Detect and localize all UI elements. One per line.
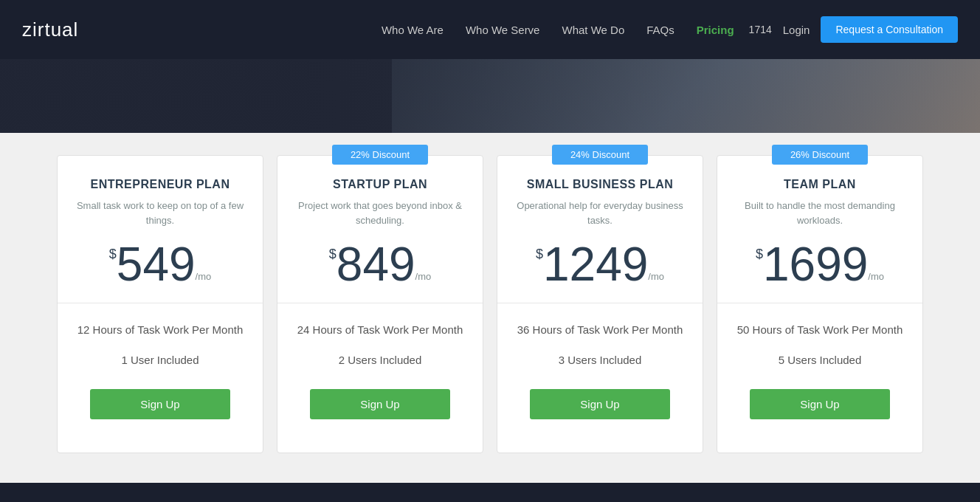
price-dollar-entrepreneur: $ bbox=[109, 247, 117, 262]
price-period-entrepreneur: /mo bbox=[196, 271, 212, 282]
price-amount-small-business: 1249 bbox=[543, 241, 648, 288]
discount-badge-startup: 22% Discount bbox=[332, 145, 428, 165]
plan-users-small-business: 3 Users Included bbox=[559, 352, 642, 369]
plan-name-small-business: SMALL BUSINESS PLAN bbox=[512, 178, 688, 191]
nav-who-we-are[interactable]: Who We Are bbox=[382, 24, 444, 36]
plan-users-team: 5 Users Included bbox=[779, 352, 862, 369]
plan-card-small-business: 24% Discount SMALL BUSINESS PLAN Operati… bbox=[497, 155, 703, 453]
plan-description-team: Built to handle the most demanding workl… bbox=[732, 199, 908, 230]
price-amount-startup: 849 bbox=[337, 241, 415, 288]
signup-button-entrepreneur[interactable]: Sign Up bbox=[90, 389, 230, 419]
plan-hours-startup: 24 Hours of Task Work Per Month bbox=[297, 322, 463, 339]
signup-button-small-business[interactable]: Sign Up bbox=[530, 389, 670, 419]
plan-features-team: 50 Hours of Task Work Per Month 5 Users … bbox=[717, 303, 922, 453]
nav-faqs[interactable]: FAQs bbox=[646, 24, 674, 36]
price-amount-entrepreneur: 549 bbox=[117, 241, 196, 288]
signup-button-team[interactable]: Sign Up bbox=[750, 389, 890, 419]
price-dollar-small-business: $ bbox=[536, 247, 543, 262]
plan-hours-small-business: 36 Hours of Task Work Per Month bbox=[517, 322, 683, 339]
main-nav: Who We Are Who We Serve What We Do FAQs … bbox=[382, 24, 734, 36]
plan-users-entrepreneur: 1 User Included bbox=[121, 352, 199, 369]
plan-name-startup: STARTUP PLAN bbox=[292, 178, 468, 191]
plan-hours-team: 50 Hours of Task Work Per Month bbox=[737, 322, 903, 339]
plan-card-startup: 22% Discount STARTUP PLAN Project work t… bbox=[277, 155, 483, 453]
pricing-section: ENTREPRENEUR PLAN Small task work to kee… bbox=[0, 133, 980, 483]
plan-price-team: $ 1699 /mo bbox=[732, 241, 908, 288]
plan-features-small-business: 36 Hours of Task Work Per Month 3 Users … bbox=[497, 303, 703, 453]
plan-description-entrepreneur: Small task work to keep on top of a few … bbox=[72, 199, 248, 230]
signup-button-startup[interactable]: Sign Up bbox=[310, 389, 450, 419]
plan-features-startup: 24 Hours of Task Work Per Month 2 Users … bbox=[277, 303, 483, 453]
plan-users-startup: 2 Users Included bbox=[339, 352, 422, 369]
plan-features-entrepreneur: 12 Hours of Task Work Per Month 1 User I… bbox=[58, 303, 263, 453]
plan-header-startup: STARTUP PLAN Project work that goes beyo… bbox=[277, 156, 483, 303]
plan-price-small-business: $ 1249 /mo bbox=[512, 241, 688, 288]
price-period-small-business: /mo bbox=[648, 271, 664, 282]
header-actions: 1714 Login Request a Consultation bbox=[749, 16, 958, 43]
header: zirtual Who We Are Who We Serve What We … bbox=[0, 0, 980, 59]
price-period-team: /mo bbox=[868, 271, 884, 282]
plan-header-team: TEAM PLAN Built to handle the most deman… bbox=[717, 156, 922, 303]
logo: zirtual bbox=[22, 18, 78, 41]
plan-hours-entrepreneur: 12 Hours of Task Work Per Month bbox=[77, 322, 244, 339]
plan-price-startup: $ 849 /mo bbox=[292, 241, 468, 288]
price-dollar-startup: $ bbox=[329, 247, 337, 262]
pricing-grid: ENTREPRENEUR PLAN Small task work to kee… bbox=[32, 133, 948, 453]
discount-badge-small-business: 24% Discount bbox=[552, 145, 648, 165]
login-link[interactable]: Login bbox=[783, 24, 810, 36]
discount-badge-team: 26% Discount bbox=[772, 145, 868, 165]
plan-name-team: TEAM PLAN bbox=[732, 178, 908, 191]
plan-price-entrepreneur: $ 549 /mo bbox=[72, 241, 248, 288]
nav-what-we-do[interactable]: What We Do bbox=[562, 24, 624, 36]
hero-background bbox=[392, 59, 980, 133]
price-period-startup: /mo bbox=[415, 271, 432, 282]
plan-card-entrepreneur: ENTREPRENEUR PLAN Small task work to kee… bbox=[57, 155, 263, 453]
nav-pricing[interactable]: Pricing bbox=[697, 24, 734, 36]
nav-who-we-serve[interactable]: Who We Serve bbox=[466, 24, 540, 36]
price-amount-team: 1699 bbox=[763, 241, 868, 288]
phone-number: 1714 bbox=[749, 24, 772, 35]
plan-description-small-business: Operational help for everyday business t… bbox=[512, 199, 688, 230]
plan-description-startup: Project work that goes beyond inbox & sc… bbox=[292, 199, 468, 230]
plan-name-entrepreneur: ENTREPRENEUR PLAN bbox=[72, 178, 248, 191]
plan-card-team: 26% Discount TEAM PLAN Built to handle t… bbox=[717, 155, 923, 453]
plan-header-small-business: SMALL BUSINESS PLAN Operational help for… bbox=[497, 156, 703, 303]
hero-strip bbox=[0, 59, 980, 133]
price-dollar-team: $ bbox=[756, 247, 763, 262]
request-consultation-button[interactable]: Request a Consultation bbox=[821, 16, 958, 43]
plan-header-entrepreneur: ENTREPRENEUR PLAN Small task work to kee… bbox=[58, 156, 263, 303]
